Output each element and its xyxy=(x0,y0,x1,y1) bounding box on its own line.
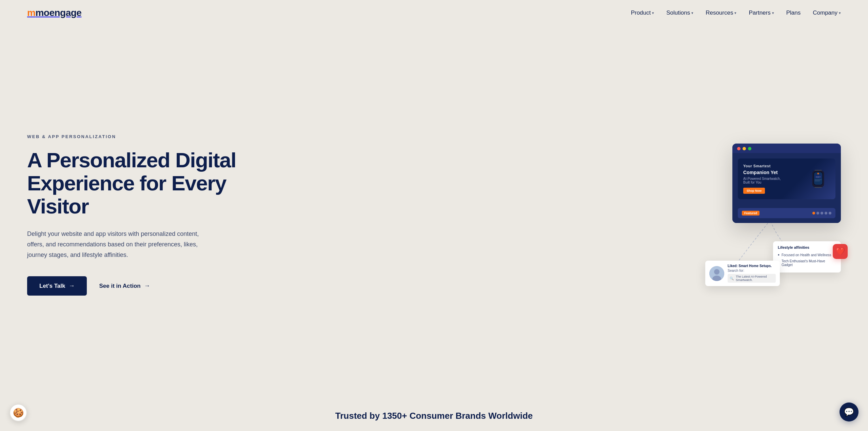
user-profile-card: Liked: Smart Home Setups. Search for: 🔍 … xyxy=(705,261,780,286)
logo[interactable]: mmoengage xyxy=(27,7,81,18)
chevron-down-icon: ▾ xyxy=(652,11,654,15)
shop-now-button[interactable]: Shop Now xyxy=(743,188,765,194)
svg-rect-9 xyxy=(815,181,820,181)
chevron-down-icon: ▾ xyxy=(839,11,841,15)
hero-description: Delight your website and app visitors wi… xyxy=(27,229,217,260)
affinity-item-2: Tech Enthusiast's Must-Have Gadget xyxy=(778,259,836,267)
hero-cta-group: Let's Talk → See it in Action → xyxy=(27,276,251,296)
banner-label: Your Smartest xyxy=(743,164,781,168)
navigation: mmoengage Product ▾ Solutions ▾ Resource… xyxy=(0,0,868,26)
search-value: The Latest AI-Powered Smartwatch. xyxy=(736,275,774,282)
banner-sub: AI-Powered Smartwatch,Built for You xyxy=(743,177,781,184)
hero-section: WEB & APP PERSONALIZATION A Personalized… xyxy=(0,26,868,397)
heart-badge: ❤️ xyxy=(833,244,848,259)
svg-rect-8 xyxy=(815,180,822,180)
nav-item-resources[interactable]: Resources ▾ xyxy=(706,10,736,16)
see-in-action-button[interactable]: See it in Action → xyxy=(99,282,150,289)
smartwatch-icon: SMART xyxy=(806,167,830,191)
smartwatch-banner: Your Smartest Companion Yet AI-Powered S… xyxy=(738,158,835,199)
svg-text:SMART: SMART xyxy=(815,176,821,178)
trusted-title: Trusted by 1350+ Consumer Brands Worldwi… xyxy=(27,411,841,421)
user-liked: Liked: Smart Home Setups. xyxy=(728,264,776,268)
nav-item-partners[interactable]: Partners ▾ xyxy=(749,10,774,16)
search-icon: 🔍 xyxy=(730,277,734,280)
chat-button[interactable]: 💬 xyxy=(840,402,859,421)
chevron-down-icon: ▾ xyxy=(772,11,774,15)
banner-title: Companion Yet xyxy=(743,169,781,175)
illustration-container: Your Smartest Companion Yet AI-Powered S… xyxy=(712,144,841,286)
expand-dot xyxy=(748,147,751,150)
affinity-item-1: Focused on Health and Wellness xyxy=(778,252,836,258)
affinities-card: Lifestyle affinities Focused on Health a… xyxy=(773,241,841,273)
chevron-down-icon: ▾ xyxy=(691,11,693,15)
avatar xyxy=(709,266,724,281)
window-controls xyxy=(732,144,841,153)
hero-title: A Personalized Digital Experience for Ev… xyxy=(27,149,251,218)
svg-point-6 xyxy=(817,173,819,174)
nav-links: Product ▾ Solutions ▾ Resources ▾ Partne… xyxy=(631,10,841,16)
hero-tag: WEB & APP PERSONALIZATION xyxy=(27,134,251,139)
product-card-bottom: Featured xyxy=(732,205,841,223)
featured-tag: Featured xyxy=(742,211,760,215)
carousel-dots xyxy=(812,212,831,214)
user-search-label: Search for: xyxy=(728,269,776,273)
nav-item-product[interactable]: Product ▾ xyxy=(631,10,654,16)
trusted-section: Trusted by 1350+ Consumer Brands Worldwi… xyxy=(0,397,868,431)
arrow-right-icon: → xyxy=(68,282,75,289)
product-card-inner: Your Smartest Companion Yet AI-Powered S… xyxy=(732,153,841,205)
search-bar: 🔍 The Latest AI-Powered Smartwatch. xyxy=(728,274,776,283)
arrow-right-icon: → xyxy=(144,282,150,289)
nav-item-company[interactable]: Company ▾ xyxy=(813,10,841,16)
chevron-down-icon: ▾ xyxy=(734,11,736,15)
hero-illustration: Your Smartest Companion Yet AI-Powered S… xyxy=(251,144,841,286)
nav-item-plans[interactable]: Plans xyxy=(786,10,801,16)
close-dot xyxy=(737,147,741,150)
lets-talk-button[interactable]: Let's Talk → xyxy=(27,276,87,296)
hero-content: WEB & APP PERSONALIZATION A Personalized… xyxy=(27,134,251,296)
user-info: Liked: Smart Home Setups. Search for: 🔍 … xyxy=(728,264,776,283)
cookie-icon: 🍪 xyxy=(13,408,24,418)
svg-point-11 xyxy=(714,269,719,275)
minimize-dot xyxy=(743,147,746,150)
affinities-title: Lifestyle affinities xyxy=(778,245,836,249)
product-card: Your Smartest Companion Yet AI-Powered S… xyxy=(732,144,841,223)
chat-icon: 💬 xyxy=(844,407,854,417)
nav-item-solutions[interactable]: Solutions ▾ xyxy=(666,10,693,16)
cookie-consent-button[interactable]: 🍪 xyxy=(9,404,27,421)
